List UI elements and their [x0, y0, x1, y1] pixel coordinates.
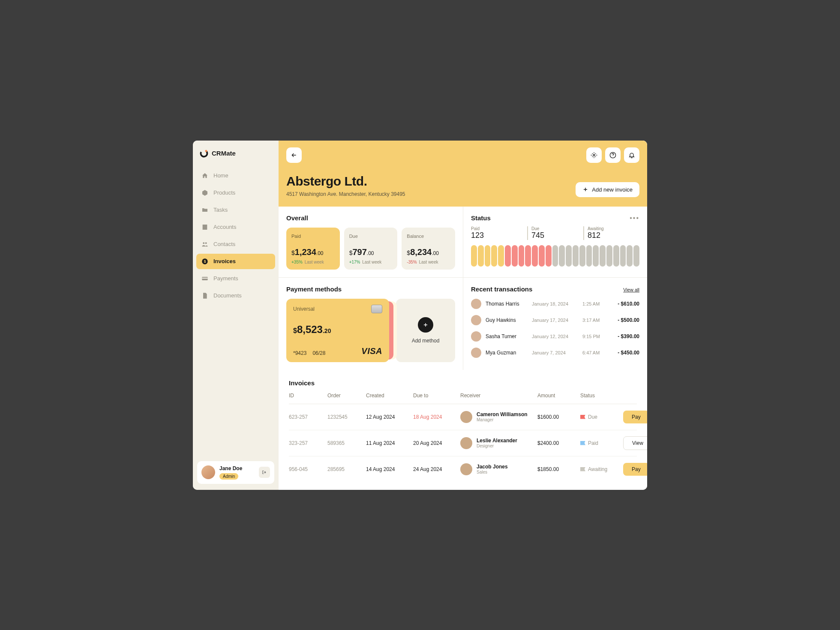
avatar: [460, 437, 472, 449]
svg-rect-5: [202, 278, 207, 279]
status-pill: [552, 245, 558, 267]
stat-delta: +35% Last week: [291, 260, 335, 264]
transaction-row[interactable]: Sasha TurnerJanuary 12, 20249:15 PM- $39…: [471, 331, 639, 342]
sidebar-item-documents[interactable]: Documents: [196, 288, 275, 303]
cell-created: 11 Aug 2024: [366, 440, 409, 446]
payment-methods-title: Payment methods: [286, 285, 455, 293]
sidebar-item-label: Home: [213, 172, 228, 179]
sidebar-item-tasks[interactable]: Tasks: [196, 202, 275, 218]
payment-card[interactable]: Universal $8,523.20 *9423 06/28: [286, 299, 389, 362]
add-invoice-button[interactable]: Add new invoice: [576, 182, 639, 197]
card-mask: *9423: [293, 350, 306, 356]
view-all-link[interactable]: View all: [623, 287, 639, 292]
cell-status: Awaiting: [580, 466, 619, 472]
status-stat-label: Due: [531, 226, 583, 231]
transaction-row[interactable]: Guy HawkinsJanuary 17, 20243:17 AM- $500…: [471, 315, 639, 325]
logout-icon: [261, 469, 267, 475]
table-header: ID Order Created Due to Receiver Amount …: [289, 393, 637, 404]
status-stat-value: 123: [471, 231, 527, 240]
receiver-role: Designer: [477, 444, 517, 448]
stat-card-paid: Paid $1,234.00 +35% Last week: [286, 228, 340, 270]
tx-amount: - $390.00: [613, 333, 639, 339]
arrow-left-icon: [291, 152, 297, 159]
invoices-title: Invoices: [289, 379, 637, 387]
status-more-button[interactable]: •••: [630, 214, 639, 222]
table-row: 323-25758936511 Aug 202420 Aug 2024Lesli…: [289, 430, 637, 456]
transaction-row[interactable]: Thomas HarrisJanuary 18, 20241:25 AM- $6…: [471, 299, 639, 309]
cell-amount: $1600.00: [537, 414, 576, 420]
card-icon: [201, 275, 208, 282]
cell-id: 956-045: [289, 466, 323, 472]
main-content: Abstergo Ltd. 4517 Washington Ave. Manch…: [279, 141, 647, 490]
table-row: 623-257123254512 Aug 202418 Aug 2024Came…: [289, 404, 637, 430]
add-method-button[interactable]: Add method: [396, 299, 455, 362]
status-pill: [573, 245, 579, 267]
transaction-row[interactable]: Mya GuzmanJanuary 7, 20246:47 AM- $450.0…: [471, 348, 639, 358]
tx-date: January 18, 2024: [532, 301, 579, 306]
add-method-label: Add method: [412, 338, 440, 344]
status-pill: [606, 245, 612, 267]
sidebar-item-label: Accounts: [213, 224, 236, 230]
sidebar-item-accounts[interactable]: Accounts: [196, 219, 275, 235]
invoices-panel: Invoices ID Order Created Due to Receive…: [279, 370, 647, 490]
status-stat-label: Paid: [471, 226, 527, 231]
avatar: [460, 411, 472, 423]
logout-button[interactable]: [259, 467, 270, 478]
status-pill: [613, 245, 619, 267]
receiver-name: Leslie Alexander: [477, 438, 517, 444]
brand-name: CRMate: [212, 150, 236, 157]
gear-icon: [591, 152, 597, 159]
sidebar-item-products[interactable]: Products: [196, 185, 275, 201]
sidebar-item-invoices[interactable]: $ Invoices: [196, 254, 275, 269]
home-icon: [201, 172, 208, 179]
status-stat-label: Awaiting: [588, 226, 639, 231]
sidebar-item-label: Payments: [213, 275, 238, 282]
flag-icon: [580, 441, 585, 445]
stat-label: Balance: [407, 234, 450, 239]
receiver-role: Manager: [477, 417, 528, 422]
back-button[interactable]: [286, 147, 302, 163]
stat-card-due: Due $797.00 +17% Last week: [344, 228, 398, 270]
cell-due: 18 Aug 2024: [413, 414, 456, 420]
status-pill: [559, 245, 565, 267]
status-pill: [593, 245, 599, 267]
stat-label: Paid: [291, 234, 335, 239]
status-pill: [478, 245, 484, 267]
transactions-list: Thomas HarrisJanuary 18, 20241:25 AM- $6…: [471, 299, 639, 358]
card-name: Universal: [293, 306, 315, 312]
building-icon: [201, 224, 208, 231]
avatar: [471, 348, 481, 358]
invoice-action-button[interactable]: Pay: [623, 411, 647, 423]
folder-icon: [201, 207, 208, 213]
cell-status: Due: [580, 414, 619, 420]
cell-receiver: Leslie AlexanderDesigner: [460, 437, 533, 449]
sidebar-item-label: Invoices: [213, 258, 236, 264]
help-button[interactable]: [605, 147, 621, 163]
sidebar-item-payments[interactable]: Payments: [196, 271, 275, 286]
avatar: [471, 299, 481, 309]
status-pill: [525, 245, 531, 267]
sidebar-item-contacts[interactable]: Contacts: [196, 237, 275, 252]
recent-transactions-panel: Recent transactions View all Thomas Harr…: [463, 278, 647, 370]
status-pill: [532, 245, 538, 267]
status-pill: [539, 245, 545, 267]
tx-date: January 17, 2024: [532, 318, 579, 323]
receiver-name: Cameron Williamson: [477, 411, 528, 417]
status-pill: [566, 245, 572, 267]
cell-due: 20 Aug 2024: [413, 440, 456, 446]
notifications-button[interactable]: [624, 147, 639, 163]
settings-button[interactable]: [586, 147, 602, 163]
help-icon: [609, 152, 616, 159]
cell-amount: $2400.00: [537, 440, 576, 446]
flag-icon: [580, 415, 585, 419]
tx-time: 3:17 AM: [582, 318, 610, 323]
invoice-action-button[interactable]: Pay: [623, 463, 647, 476]
stat-delta: +17% Last week: [349, 260, 393, 264]
invoice-action-button[interactable]: View: [623, 436, 647, 450]
sidebar-item-label: Products: [213, 189, 235, 196]
sidebar-item-home[interactable]: Home: [196, 168, 275, 183]
card-balance: $8,523.20: [293, 324, 382, 336]
status-pill: [519, 245, 525, 267]
sidebar-item-label: Documents: [213, 292, 242, 299]
dollar-icon: $: [201, 258, 208, 265]
